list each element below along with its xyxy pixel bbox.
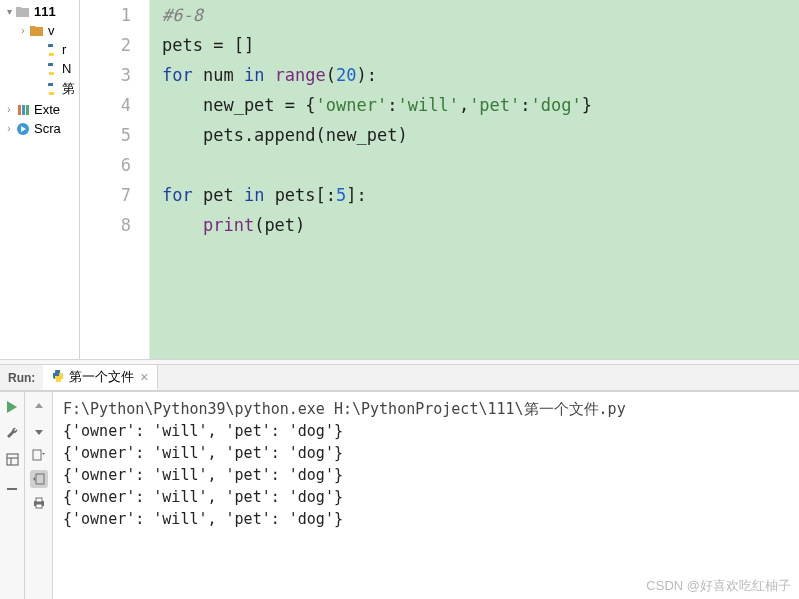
line-number: 2 [80, 30, 131, 60]
tree-item[interactable]: N [28, 59, 79, 78]
layout-button[interactable] [3, 450, 21, 468]
code-line[interactable]: pets = [] [162, 30, 799, 60]
tree-item[interactable]: r [28, 40, 79, 59]
output-button[interactable] [30, 446, 48, 464]
tree-item[interactable]: 第 [28, 78, 79, 100]
svg-rect-8 [33, 450, 41, 460]
close-icon[interactable]: × [140, 369, 148, 385]
code-line[interactable]: #6-8 [162, 0, 799, 30]
svg-rect-0 [18, 105, 21, 115]
line-number: 1 [80, 0, 131, 30]
svg-rect-9 [36, 474, 44, 484]
console-line: {'owner': 'will', 'pet': 'dog'} [63, 464, 789, 486]
code-line[interactable]: for pet in pets[:5]: [162, 180, 799, 210]
code-line[interactable] [162, 150, 799, 180]
line-number: 7 [80, 180, 131, 210]
wrench-button[interactable] [3, 424, 21, 442]
code-area[interactable]: #6-8pets = []for num in range(20): new_p… [150, 0, 799, 359]
code-line[interactable]: pets.append(new_pet) [162, 120, 799, 150]
print-button[interactable] [30, 494, 48, 512]
python-icon [51, 369, 65, 385]
project-tree[interactable]: ▾111›vrN第›Exte›Scra [0, 0, 80, 359]
console-line: {'owner': 'will', 'pet': 'dog'} [63, 486, 789, 508]
run-tab[interactable]: 第一个文件 × [43, 365, 157, 390]
svg-rect-2 [26, 105, 29, 115]
line-number: 6 [80, 150, 131, 180]
line-number: 3 [80, 60, 131, 90]
console-path: F:\Python\Python39\python.exe H:\PythonP… [63, 398, 789, 420]
run-toolbar-left [0, 392, 25, 599]
up-button[interactable] [30, 398, 48, 416]
console-line: {'owner': 'will', 'pet': 'dog'} [63, 420, 789, 442]
line-number: 8 [80, 210, 131, 240]
tree-item[interactable]: ›Scra [0, 119, 79, 138]
run-tab-label: 第一个文件 [69, 368, 134, 386]
tree-item[interactable]: ›Exte [0, 100, 79, 119]
console-line: {'owner': 'will', 'pet': 'dog'} [63, 508, 789, 530]
console-output[interactable]: F:\Python\Python39\python.exe H:\PythonP… [53, 392, 799, 599]
tree-item[interactable]: ▾111 [0, 2, 79, 21]
play-button[interactable] [3, 398, 21, 416]
code-editor[interactable]: 12345678 #6-8pets = []for num in range(2… [80, 0, 799, 359]
code-line[interactable]: print(pet) [162, 210, 799, 240]
line-number: 5 [80, 120, 131, 150]
svg-rect-4 [7, 454, 18, 465]
line-number: 4 [80, 90, 131, 120]
run-toolbar-right [25, 392, 53, 599]
hide-button[interactable] [3, 476, 21, 494]
svg-rect-12 [36, 504, 42, 508]
run-header: Run: 第一个文件 × [0, 365, 799, 391]
line-gutter: 12345678 [80, 0, 150, 359]
run-label: Run: [0, 371, 43, 385]
console-line: {'owner': 'will', 'pet': 'dog'} [63, 442, 789, 464]
down-button[interactable] [30, 422, 48, 440]
svg-rect-11 [36, 498, 42, 502]
code-line[interactable]: for num in range(20): [162, 60, 799, 90]
svg-rect-7 [7, 488, 17, 490]
tree-item[interactable]: ›v [14, 21, 79, 40]
scroll-button[interactable] [30, 470, 48, 488]
code-line[interactable]: new_pet = {'owner':'will','pet':'dog'} [162, 90, 799, 120]
svg-rect-1 [22, 105, 25, 115]
